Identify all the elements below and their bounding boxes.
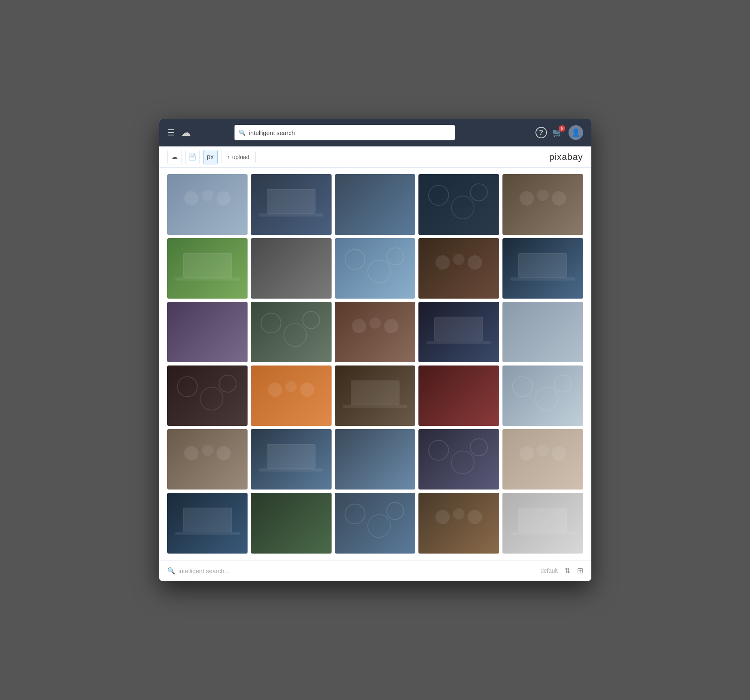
svg-rect-27 — [435, 317, 483, 341]
svg-point-47 — [471, 439, 488, 456]
svg-point-45 — [429, 441, 449, 461]
image-cell[interactable] — [251, 302, 332, 362]
image-cell[interactable] — [418, 174, 499, 235]
svg-point-33 — [285, 381, 297, 392]
svg-point-25 — [369, 317, 381, 329]
svg-point-22 — [284, 323, 307, 346]
image-cell[interactable] — [335, 429, 416, 490]
image-cell[interactable] — [167, 238, 248, 299]
image-cell[interactable] — [502, 174, 583, 235]
svg-point-16 — [436, 255, 450, 269]
image-cell[interactable] — [502, 366, 583, 426]
svg-point-5 — [429, 186, 449, 206]
image-cell[interactable] — [502, 493, 583, 553]
image-cell[interactable] — [418, 238, 499, 299]
image-grid-container: Search for any type of image — [159, 168, 591, 560]
svg-rect-4 — [259, 214, 323, 217]
image-cell[interactable] — [335, 493, 416, 553]
svg-point-10 — [552, 191, 566, 206]
svg-point-9 — [537, 190, 549, 201]
svg-point-26 — [384, 319, 398, 333]
svg-rect-36 — [343, 405, 407, 408]
image-cell[interactable] — [418, 366, 499, 426]
svg-point-34 — [300, 383, 314, 397]
grid-view-icon[interactable]: ⊞ — [577, 566, 583, 575]
svg-point-24 — [352, 319, 366, 333]
svg-point-57 — [453, 508, 465, 520]
image-cell[interactable] — [335, 238, 416, 299]
cart-icon[interactable]: 🛒 0 — [553, 128, 563, 137]
svg-point-41 — [201, 445, 213, 456]
svg-point-29 — [177, 377, 197, 397]
image-cell[interactable] — [502, 238, 583, 299]
svg-point-58 — [468, 510, 482, 524]
svg-point-1 — [201, 190, 213, 201]
svg-point-14 — [367, 260, 390, 283]
svg-point-30 — [200, 388, 223, 410]
svg-point-55 — [387, 503, 404, 520]
image-cell[interactable] — [167, 429, 248, 490]
image-cell[interactable] — [251, 174, 332, 235]
image-cell[interactable] — [167, 302, 248, 362]
svg-point-37 — [513, 377, 533, 397]
image-cell[interactable] — [335, 302, 416, 362]
upload-button[interactable]: ↑ upload — [221, 151, 256, 163]
image-cell[interactable] — [418, 493, 499, 553]
px-source-button[interactable]: px — [203, 150, 218, 164]
svg-point-38 — [535, 388, 558, 410]
brand-label: pixabay — [549, 152, 583, 162]
titlebar-right: ? 🛒 0 👤 — [535, 125, 583, 140]
svg-point-18 — [468, 255, 482, 269]
image-cell[interactable] — [335, 174, 416, 235]
help-icon[interactable]: ? — [535, 127, 547, 138]
search-input[interactable] — [235, 125, 455, 140]
svg-rect-19 — [518, 253, 567, 277]
svg-rect-28 — [427, 341, 491, 344]
svg-point-31 — [219, 375, 236, 392]
svg-point-6 — [451, 196, 474, 219]
svg-point-40 — [184, 446, 198, 461]
image-cell[interactable] — [502, 429, 583, 490]
upload-label: upload — [232, 154, 250, 160]
doc-source-button[interactable]: 📄 — [185, 150, 200, 164]
svg-rect-12 — [175, 277, 239, 280]
bottom-bar: 🔍 intelligent search... default ⇅ ⊞ — [159, 560, 591, 581]
image-cell[interactable] — [167, 174, 248, 235]
image-cell[interactable] — [251, 429, 332, 490]
svg-point-21 — [261, 313, 281, 333]
svg-point-15 — [387, 248, 404, 265]
px-label: px — [207, 153, 214, 161]
image-cell[interactable] — [418, 302, 499, 362]
image-cell[interactable] — [335, 366, 416, 426]
cloud-icon: ☁ — [171, 153, 178, 161]
search-icon: 🔍 — [239, 129, 246, 136]
svg-point-17 — [453, 253, 465, 265]
image-cell[interactable] — [502, 302, 583, 362]
sort-icon[interactable]: ⇅ — [564, 566, 571, 575]
svg-point-49 — [537, 445, 549, 456]
menu-icon[interactable]: ☰ — [167, 128, 175, 137]
svg-point-56 — [436, 510, 450, 524]
upload-icon: ↑ — [227, 154, 230, 160]
image-cell[interactable] — [418, 429, 499, 490]
svg-point-46 — [451, 451, 474, 474]
search-wrap: 🔍 — [235, 125, 455, 140]
cloud-source-button[interactable]: ☁ — [167, 150, 182, 164]
svg-point-8 — [520, 191, 534, 206]
image-cell[interactable] — [251, 238, 332, 299]
svg-rect-59 — [518, 508, 567, 532]
svg-point-42 — [216, 446, 230, 461]
image-cell[interactable]: Search for any type of image — [167, 493, 248, 553]
svg-point-48 — [520, 446, 534, 461]
avatar[interactable]: 👤 — [569, 125, 583, 140]
image-cell[interactable] — [167, 366, 248, 426]
svg-point-7 — [471, 184, 488, 201]
svg-point-23 — [303, 311, 320, 328]
image-cell[interactable] — [251, 493, 332, 553]
bottom-search-icon: 🔍 — [167, 567, 175, 575]
svg-rect-3 — [267, 189, 316, 213]
image-cell[interactable] — [251, 366, 332, 426]
bottom-search-text: intelligent search... — [179, 567, 541, 574]
default-label: default — [540, 567, 558, 574]
svg-point-0 — [184, 191, 198, 206]
